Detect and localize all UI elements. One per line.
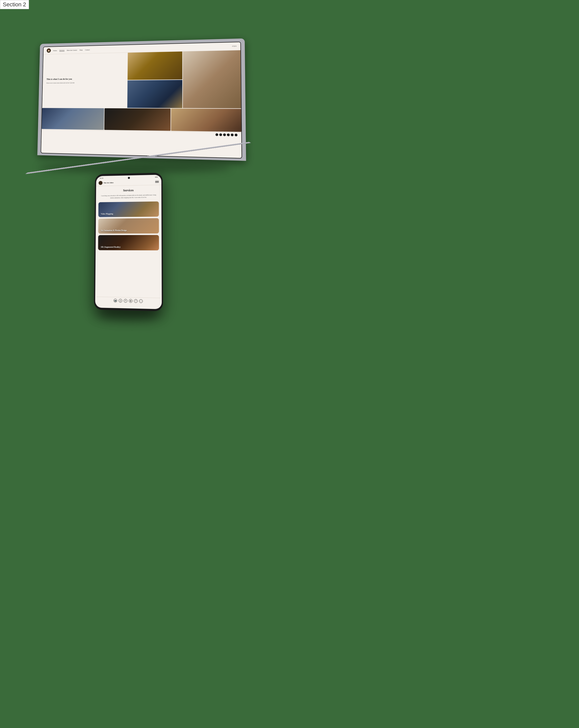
laptop-hero-title: This is what I can do for you <box>47 77 123 81</box>
laptop-bottom-strip <box>42 107 241 132</box>
laptop-hero-text: This is what I can do for you Hover over… <box>42 53 128 108</box>
laptop-nav-logo: 🏠 <box>47 48 51 53</box>
laptop-facebook-icon[interactable]: 𝕗 <box>231 133 234 136</box>
phone-x-icon[interactable]: ✕ <box>124 299 127 303</box>
hamburger-line-3 <box>155 183 159 183</box>
laptop-nav-contact[interactable]: Contact <box>85 49 90 51</box>
phone-footer: 📷 𝕡 ✕ ▶ 𝕗 ♪ <box>97 297 160 305</box>
laptop-image-sculpture <box>183 50 241 108</box>
laptop-nav-meet[interactable]: Meet the Creator <box>67 49 77 51</box>
laptop-tiktok-icon[interactable]: ♪ <box>235 133 237 136</box>
laptop-nav-services[interactable]: Services <box>59 49 65 51</box>
laptop-nav-shop[interactable]: Shop <box>79 49 83 51</box>
laptop-pinterest-icon[interactable]: 𝕡 <box>220 133 222 136</box>
laptop-device: 🏠 Works Services Meet the Creator Shop C… <box>33 41 241 173</box>
phone-punch-hole <box>128 177 130 179</box>
section-badge: Section 2 <box>0 0 29 9</box>
laptop-nav-links: Works Services Meet the Creator Shop Con… <box>53 45 229 52</box>
laptop-hero-subtitle: Hover over to know more about each servi… <box>47 81 123 84</box>
phone-service-label-ar: AR (Augmented Reality) <box>101 246 121 248</box>
phone-time: 10:15 <box>100 177 103 179</box>
phone-youtube-icon[interactable]: ▶ <box>129 299 132 303</box>
hamburger-line-1 <box>155 181 159 181</box>
phone-screen: 10:15 ●●● The Art Alive Services <box>95 175 162 309</box>
phone-body: 10:15 ●●● The Art Alive Services <box>94 173 163 311</box>
phone-page-title: Services <box>99 188 159 193</box>
hamburger-line-2 <box>155 181 159 182</box>
laptop-instagram-icon[interactable]: ⓘ <box>216 133 219 136</box>
phone-service-video-mapping[interactable]: Video Mapping <box>98 201 159 217</box>
phone-pinterest-icon[interactable]: 𝕡 <box>119 299 122 303</box>
phone-status-icons: ●●● <box>155 176 158 178</box>
laptop-hero-images <box>127 50 241 108</box>
phone-content: Services I can bring your artworks to li… <box>96 185 161 255</box>
phone-instagram-icon[interactable]: 📷 <box>114 299 117 303</box>
laptop-screen-border: 🏠 Works Services Meet the Creator Shop C… <box>41 42 242 159</box>
phone-nav-logo <box>99 181 103 185</box>
phone-page-description: I can bring your artworks to life with p… <box>99 194 159 199</box>
laptop-image-gallery <box>127 52 182 80</box>
laptop-strip-1 <box>42 108 104 130</box>
phone-tiktok-icon[interactable]: ♪ <box>139 299 143 303</box>
laptop-strip-3 <box>171 109 241 132</box>
laptop-strip-2 <box>104 108 170 131</box>
phone-service-label-video: Video Mapping <box>101 213 113 215</box>
phone-service-ar[interactable]: AR (Augmented Reality) <box>98 235 159 250</box>
phone-nav-menu[interactable] <box>155 181 159 183</box>
laptop-hero: This is what I can do for you Hover over… <box>42 50 241 108</box>
phone-facebook-icon[interactable]: 𝕗 <box>134 299 137 303</box>
laptop-screen: 🏠 Works Services Meet the Creator Shop C… <box>41 42 242 158</box>
laptop-image-mural <box>127 80 182 108</box>
phone-service-art-animation[interactable]: Art Animation & Motion Design <box>98 218 159 234</box>
laptop-nav-lang[interactable]: PT|EN <box>232 46 236 47</box>
phone-nav-brand: The Art Alive <box>104 182 114 184</box>
phone-service-label-art: Art Animation & Motion Design <box>101 229 127 232</box>
laptop-body: 🏠 Works Services Meet the Creator Shop C… <box>37 38 246 161</box>
laptop-x-icon[interactable]: 𝕩 <box>223 133 226 136</box>
laptop-nav-works[interactable]: Works <box>53 50 57 51</box>
phone-device: 10:15 ●●● The Art Alive Services <box>94 173 162 310</box>
laptop-youtube-icon[interactable]: ▶ <box>227 133 230 136</box>
phone-nav-logo-wrap: The Art Alive <box>99 181 114 185</box>
